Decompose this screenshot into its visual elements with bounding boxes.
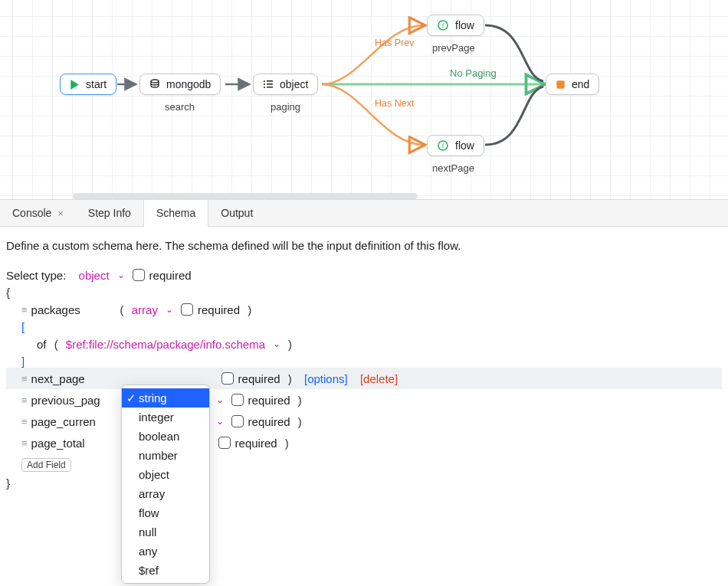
dropdown-option-object[interactable]: object (122, 465, 209, 484)
close-bracket: ] (6, 355, 722, 368)
chevron-down-icon[interactable]: ⌄ (213, 416, 227, 427)
svg-point-1 (264, 80, 265, 82)
close-icon[interactable]: × (57, 208, 64, 219)
field-type-select[interactable]: array (132, 303, 158, 316)
tab-console[interactable]: Console × (0, 200, 76, 226)
delete-link[interactable]: [delete] (360, 372, 398, 385)
chevron-down-icon[interactable]: ⌄ (114, 270, 128, 280)
node-mongodb[interactable]: mongodb (139, 74, 221, 95)
chevron-down-icon[interactable]: ⌄ (162, 304, 176, 315)
svg-rect-2 (267, 80, 273, 82)
required-label: required (198, 303, 240, 316)
field-row-page-current[interactable]: ≡ page_curren ⌄ required ) (6, 411, 722, 432)
svg-point-5 (264, 87, 265, 88)
tab-label: Schema (156, 207, 195, 219)
root-required-checkbox[interactable] (133, 269, 145, 281)
node-object[interactable]: object (253, 74, 318, 95)
required-checkbox[interactable] (218, 437, 231, 449)
schema-description: Define a custom schema here. The schema … (6, 239, 722, 252)
required-checkbox[interactable] (181, 303, 193, 316)
flow-icon: f (437, 19, 449, 31)
dropdown-option-integer[interactable]: integer (122, 408, 209, 427)
svg-rect-4 (267, 83, 273, 85)
panel-tabs: Console × Step Info Schema Output (0, 199, 728, 227)
field-name: next_page (31, 372, 116, 385)
svg-rect-6 (267, 87, 273, 88)
grip-icon[interactable]: ≡ (21, 416, 27, 427)
required-label: required (235, 437, 277, 450)
grip-icon[interactable]: ≡ (21, 437, 27, 449)
dropdown-option-null[interactable]: null (122, 522, 209, 542)
field-row-page-total[interactable]: ≡ page_total required ) (6, 432, 722, 453)
open-brace: { (6, 286, 722, 299)
edge-layer (0, 0, 728, 199)
field-row-packages[interactable]: ≡ packages ( array ⌄ required ) (6, 299, 722, 320)
field-name: previous_pag (31, 394, 104, 407)
root-type-row: Select type: object ⌄ required (6, 264, 722, 286)
chevron-down-icon[interactable]: ⌄ (213, 394, 227, 405)
node-flow-prev[interactable]: f flow (427, 15, 484, 36)
required-checkbox[interactable] (231, 415, 244, 427)
add-field-button[interactable]: Add Field (21, 458, 71, 472)
tab-label: Step Info (88, 207, 131, 219)
node-end[interactable]: end (546, 74, 599, 95)
node-sublabel: paging (271, 101, 300, 113)
node-sublabel: prevPage (432, 42, 475, 54)
field-name: page_curren (31, 415, 100, 428)
grip-icon[interactable]: ≡ (21, 304, 27, 316)
database-icon (149, 79, 160, 90)
field-name: page_total (31, 437, 116, 450)
select-type-label: Select type: (6, 269, 66, 282)
node-label: flow (455, 19, 474, 31)
required-label: required (248, 394, 290, 407)
required-label: required (149, 269, 192, 282)
dropdown-option-array[interactable]: array (122, 484, 209, 503)
ref-select[interactable]: $ref:file://schema/package/info.schema (66, 338, 265, 351)
type-dropdown[interactable]: string integer boolean number object arr… (121, 385, 210, 584)
required-label: required (248, 415, 290, 428)
required-label: required (238, 372, 280, 385)
dropdown-option-any[interactable]: any (122, 542, 209, 561)
of-label: of (37, 338, 47, 351)
schema-panel: Define a custom schema here. The schema … (0, 227, 728, 489)
required-checkbox[interactable] (221, 372, 234, 385)
svg-point-0 (151, 80, 159, 83)
field-row-previous-page[interactable]: ≡ previous_pag ⌄ required ) (6, 389, 722, 411)
chevron-down-icon[interactable]: ⌄ (270, 339, 284, 349)
node-label: mongodb (166, 78, 211, 90)
grip-icon[interactable]: ≡ (21, 394, 27, 406)
horizontal-scrollbar[interactable] (73, 193, 418, 199)
list-icon (263, 79, 274, 90)
dropdown-option-string[interactable]: string (122, 388, 209, 408)
edge-label-no-paging: No Paging (450, 67, 497, 79)
dropdown-option-boolean[interactable]: boolean (122, 427, 209, 446)
flow-canvas[interactable]: start mongodb search object paging f flo… (0, 0, 728, 199)
tab-label: Output (221, 207, 253, 219)
field-name: packages (31, 303, 116, 316)
tab-output[interactable]: Output (208, 200, 265, 226)
svg-text:f: f (442, 22, 444, 29)
tab-label: Console (12, 207, 51, 219)
edge-label-has-next: Has Next (375, 98, 414, 109)
tab-schema[interactable]: Schema (143, 200, 208, 227)
play-icon (70, 80, 80, 90)
svg-text:f: f (442, 142, 444, 149)
node-sublabel: search (165, 101, 195, 113)
node-label: end (572, 78, 589, 90)
required-checkbox[interactable] (231, 394, 244, 406)
dropdown-option-number[interactable]: number (122, 446, 209, 465)
svg-point-3 (264, 83, 265, 85)
node-flow-next[interactable]: f flow (427, 135, 484, 156)
dropdown-option-flow[interactable]: flow (122, 503, 209, 522)
field-row-next-page[interactable]: ≡ next_page required ) [options] [delete… (6, 368, 722, 389)
tab-step-info[interactable]: Step Info (76, 200, 143, 226)
node-label: start (86, 78, 107, 90)
node-sublabel: nextPage (432, 162, 474, 174)
node-start[interactable]: start (60, 74, 116, 95)
grip-icon[interactable]: ≡ (21, 373, 27, 385)
node-label: flow (455, 139, 474, 152)
options-link[interactable]: [options] (304, 372, 348, 385)
dropdown-option-ref[interactable]: $ref (122, 561, 209, 580)
root-type-select[interactable]: object (79, 269, 110, 282)
close-brace: } (6, 476, 722, 489)
